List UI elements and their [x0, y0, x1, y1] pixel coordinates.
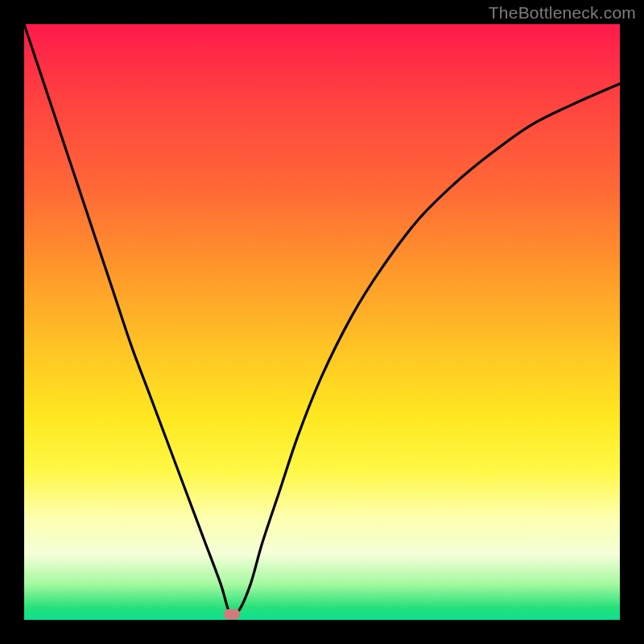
plot-area — [24, 24, 620, 620]
watermark-text: TheBottleneck.com — [489, 3, 636, 23]
optimum-marker — [224, 609, 240, 620]
chart-frame: TheBottleneck.com — [0, 0, 644, 644]
bottleneck-curve — [24, 24, 620, 620]
